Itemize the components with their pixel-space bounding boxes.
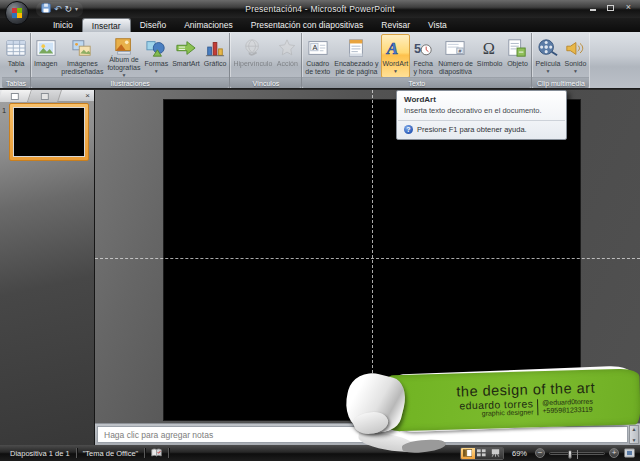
textbox-icon: A — [307, 36, 329, 60]
slide-number-icon: # — [444, 36, 466, 60]
svg-text:Ω: Ω — [482, 39, 494, 58]
ribbon-button-label: Objeto — [507, 60, 528, 68]
office-logo-icon — [12, 8, 22, 18]
slide-sorter-view-button[interactable] — [475, 448, 489, 459]
minimize-button[interactable] — [585, 2, 600, 13]
tooltip-description: Inserta texto decorativo en el documento… — [397, 106, 566, 120]
tab-inicio[interactable]: Inicio — [44, 18, 82, 32]
clipart-button[interactable]: Imágenes prediseñadas — [59, 34, 105, 78]
close-button[interactable]: × — [621, 2, 636, 13]
tab-insertar[interactable]: Insertar — [82, 18, 131, 32]
horizontal-guide[interactable] — [95, 258, 640, 259]
ribbon-button-label: Gráfico — [204, 60, 227, 68]
spellcheck-icon[interactable] — [145, 448, 168, 459]
ribbon-button-label: WordArt — [383, 60, 409, 68]
tab-animaciones[interactable]: Animaciones — [175, 18, 242, 32]
movie-icon — [537, 36, 559, 60]
smartart-icon — [175, 36, 197, 60]
ribbon-button-label: Fecha y hora — [413, 60, 432, 76]
date-time-button[interactable]: 5 Fecha y hora — [410, 34, 436, 78]
zoom-slider-thumb[interactable] — [568, 450, 572, 459]
ribbon-button-label: Álbum de fotografías — [107, 56, 140, 72]
zoom-level[interactable]: 69% — [508, 449, 531, 458]
slideshow-view-button[interactable] — [489, 448, 503, 459]
ribbon-group-vinculos: Hipervínculo Acción Vínculos — [230, 33, 302, 88]
tab-revisar[interactable]: Revisar — [372, 18, 419, 32]
picture-icon — [35, 36, 57, 60]
maximize-button[interactable] — [603, 2, 618, 13]
slide-number-button[interactable]: # Número de diapositiva — [436, 34, 475, 78]
view-buttons — [460, 447, 504, 460]
zoom-slider[interactable] — [549, 452, 605, 455]
help-icon: ? — [404, 125, 413, 134]
chart-icon — [204, 36, 226, 60]
action-icon — [276, 36, 298, 60]
slide-1-thumbnail[interactable] — [9, 103, 89, 161]
dropdown-arrow-icon: ▼ — [14, 69, 19, 74]
picture-button[interactable]: Imagen — [32, 34, 59, 78]
tab-vista[interactable]: Vista — [419, 18, 456, 32]
notes-input[interactable]: Haga clic para agregar notas — [97, 426, 628, 443]
vertical-guide[interactable] — [372, 90, 373, 423]
tab-esquema[interactable] — [28, 90, 62, 102]
status-bar: Diapositiva 1 de 1 "Tema de Office" 69% … — [0, 445, 640, 461]
ribbon-button-label: Película — [535, 60, 560, 68]
textbox-button[interactable]: A Cuadro de texto — [303, 34, 332, 78]
undo-icon[interactable]: ↶ — [54, 4, 62, 15]
zoom-slider-center-tick — [577, 450, 578, 459]
ribbon: Tabla ▼ Tablas Imagen Imágenes pr — [0, 32, 640, 89]
scroll-down-icon[interactable]: ▼ — [632, 437, 637, 443]
notes-scrollbar[interactable]: ▲ ▼ — [629, 425, 639, 444]
hyperlink-icon — [242, 36, 264, 60]
ribbon-group-label: Vínculos — [230, 77, 301, 88]
object-button[interactable]: Objeto — [504, 34, 530, 78]
slide-1-thumbnail-content — [13, 107, 85, 157]
ribbon-button-label: Formas — [144, 60, 168, 68]
symbol-icon: Ω — [479, 36, 501, 60]
table-icon — [5, 36, 27, 60]
dropdown-arrow-icon: ▼ — [573, 69, 578, 74]
sound-button[interactable]: Sonido ▼ — [562, 34, 588, 78]
header-footer-button[interactable]: Encabezado y pie de página — [332, 34, 380, 78]
scroll-up-icon[interactable]: ▲ — [632, 426, 637, 432]
tab-diapositivas[interactable] — [0, 90, 32, 102]
tab-presentacion-con-diapositivas[interactable]: Presentación con diapositivas — [242, 18, 372, 32]
ribbon-group-tablas: Tabla ▼ Tablas — [2, 33, 31, 88]
smartart-button[interactable]: SmartArt — [170, 34, 202, 78]
ribbon-button-label: Imágenes prediseñadas — [61, 60, 103, 76]
header-footer-icon — [345, 36, 367, 60]
normal-view-button[interactable] — [461, 448, 475, 459]
fit-to-window-button[interactable] — [623, 448, 636, 459]
shapes-icon — [145, 36, 167, 60]
redo-icon[interactable]: ↻ — [65, 4, 73, 15]
table-button[interactable]: Tabla ▼ — [3, 34, 29, 78]
slides-tab-icon — [11, 92, 19, 99]
slide-thumbnail-panel: × 1 — [0, 90, 95, 445]
chart-button[interactable]: Gráfico — [202, 34, 229, 78]
ribbon-button-label: Símbolo — [477, 60, 503, 68]
notes-placeholder: Haga clic para agregar notas — [104, 430, 213, 440]
wordart-button[interactable]: A WordArt ▼ — [381, 34, 411, 78]
office-button[interactable] — [5, 1, 29, 25]
powerpoint-window: ↶ ↻ ▾ Presentación4 - Microsoft PowerPoi… — [0, 0, 640, 461]
save-icon[interactable] — [41, 3, 51, 16]
action-button[interactable]: Acción — [274, 34, 300, 78]
ribbon-tab-row: Inicio Insertar Diseño Animaciones Prese… — [0, 18, 640, 32]
ribbon-button-label: Cuadro de texto — [305, 60, 330, 76]
tab-diseno[interactable]: Diseño — [131, 18, 175, 32]
movie-button[interactable]: Película ▼ — [533, 34, 562, 78]
clipart-icon — [71, 36, 93, 60]
shapes-button[interactable]: Formas ▼ — [142, 34, 170, 78]
close-panel-icon[interactable]: × — [85, 91, 90, 100]
notes-pane: Haga clic para agregar notas ▲ ▼ — [95, 423, 640, 445]
slide-indicator: Diapositiva 1 de 1 — [4, 449, 76, 458]
theme-name[interactable]: "Tema de Office" — [77, 449, 145, 458]
customize-qat-icon[interactable]: ▾ — [75, 4, 78, 15]
photo-album-button[interactable]: Álbum de fotografías ▼ — [105, 34, 142, 78]
zoom-out-button[interactable]: − — [535, 448, 545, 458]
quick-access-toolbar: ↶ ↻ ▾ — [36, 2, 83, 17]
symbol-button[interactable]: Ω Símbolo — [475, 34, 505, 78]
zoom-in-button[interactable]: + — [609, 448, 619, 458]
hyperlink-button[interactable]: Hipervínculo — [231, 34, 274, 78]
ribbon-button-label: Imagen — [34, 60, 57, 68]
